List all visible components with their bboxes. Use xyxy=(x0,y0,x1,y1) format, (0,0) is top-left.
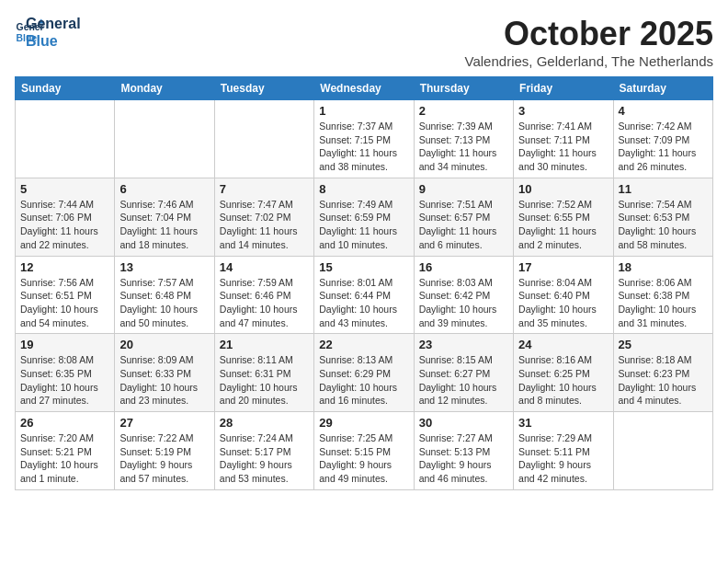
day-number: 6 xyxy=(119,182,209,196)
day-header-wednesday: Wednesday xyxy=(314,77,414,100)
calendar-cell: 16Sunrise: 8:03 AMSunset: 6:42 PMDayligh… xyxy=(414,256,513,334)
calendar-header-row: SundayMondayTuesdayWednesdayThursdayFrid… xyxy=(16,77,713,100)
day-info: Sunrise: 7:20 AMSunset: 5:21 PMDaylight:… xyxy=(20,431,109,486)
day-number: 9 xyxy=(419,182,508,196)
calendar-cell: 7Sunrise: 7:47 AMSunset: 7:02 PMDaylight… xyxy=(214,178,313,256)
day-info: Sunrise: 7:39 AMSunset: 7:13 PMDaylight:… xyxy=(419,120,508,174)
day-info: Sunrise: 7:51 AMSunset: 6:57 PMDaylight:… xyxy=(419,198,508,252)
calendar-week-row: 1Sunrise: 7:37 AMSunset: 7:15 PMDaylight… xyxy=(16,100,713,178)
day-number: 26 xyxy=(20,416,109,430)
calendar-cell: 18Sunrise: 8:06 AMSunset: 6:38 PMDayligh… xyxy=(613,256,712,334)
calendar-week-row: 19Sunrise: 8:08 AMSunset: 6:35 PMDayligh… xyxy=(16,334,713,412)
day-number: 1 xyxy=(319,104,408,118)
calendar-cell: 9Sunrise: 7:51 AMSunset: 6:57 PMDaylight… xyxy=(414,178,513,256)
calendar-cell xyxy=(16,100,115,178)
day-number: 5 xyxy=(20,182,109,196)
day-info: Sunrise: 8:01 AMSunset: 6:44 PMDaylight:… xyxy=(319,276,408,330)
calendar-cell: 26Sunrise: 7:20 AMSunset: 5:21 PMDayligh… xyxy=(16,412,115,490)
day-info: Sunrise: 7:56 AMSunset: 6:51 PMDaylight:… xyxy=(20,276,109,330)
page-header: General Blue General Blue October 2025 V… xyxy=(15,15,713,69)
day-header-friday: Friday xyxy=(514,77,613,100)
day-number: 25 xyxy=(619,338,708,351)
calendar-cell: 31Sunrise: 7:29 AMSunset: 5:11 PMDayligh… xyxy=(514,412,613,490)
calendar-cell: 11Sunrise: 7:54 AMSunset: 6:53 PMDayligh… xyxy=(613,178,712,256)
day-info: Sunrise: 7:29 AMSunset: 5:11 PMDaylight:… xyxy=(518,431,608,486)
calendar-cell: 19Sunrise: 8:08 AMSunset: 6:35 PMDayligh… xyxy=(16,334,115,412)
day-number: 20 xyxy=(119,338,209,351)
day-info: Sunrise: 7:49 AMSunset: 6:59 PMDaylight:… xyxy=(319,198,408,252)
calendar-table: SundayMondayTuesdayWednesdayThursdayFrid… xyxy=(15,76,713,490)
day-number: 23 xyxy=(419,338,508,351)
calendar-cell: 3Sunrise: 7:41 AMSunset: 7:11 PMDaylight… xyxy=(514,100,613,178)
day-info: Sunrise: 7:24 AMSunset: 5:17 PMDaylight:… xyxy=(220,431,309,486)
calendar-cell: 5Sunrise: 7:44 AMSunset: 7:06 PMDaylight… xyxy=(16,178,115,256)
day-info: Sunrise: 8:04 AMSunset: 6:40 PMDaylight:… xyxy=(518,276,608,330)
day-number: 13 xyxy=(119,260,209,274)
month-title: October 2025 xyxy=(465,15,713,53)
day-info: Sunrise: 7:47 AMSunset: 7:02 PMDaylight:… xyxy=(220,198,309,252)
day-number: 24 xyxy=(518,338,608,351)
day-number: 7 xyxy=(220,182,309,196)
day-info: Sunrise: 8:09 AMSunset: 6:33 PMDaylight:… xyxy=(119,353,209,408)
day-number: 29 xyxy=(319,416,408,430)
day-info: Sunrise: 7:46 AMSunset: 7:04 PMDaylight:… xyxy=(119,198,209,252)
day-info: Sunrise: 7:37 AMSunset: 7:15 PMDaylight:… xyxy=(319,120,408,174)
calendar-cell: 1Sunrise: 7:37 AMSunset: 7:15 PMDaylight… xyxy=(314,100,414,178)
day-info: Sunrise: 7:59 AMSunset: 6:46 PMDaylight:… xyxy=(220,276,309,330)
day-number: 17 xyxy=(518,260,608,274)
calendar-cell: 17Sunrise: 8:04 AMSunset: 6:40 PMDayligh… xyxy=(514,256,613,334)
logo-line2: Blue xyxy=(26,32,81,50)
calendar-cell: 27Sunrise: 7:22 AMSunset: 5:19 PMDayligh… xyxy=(115,412,214,490)
day-number: 12 xyxy=(20,260,109,274)
day-info: Sunrise: 8:13 AMSunset: 6:29 PMDaylight:… xyxy=(319,353,408,408)
logo: General Blue General Blue xyxy=(15,15,81,50)
day-info: Sunrise: 8:08 AMSunset: 6:35 PMDaylight:… xyxy=(20,353,109,408)
calendar-cell: 28Sunrise: 7:24 AMSunset: 5:17 PMDayligh… xyxy=(214,412,313,490)
day-info: Sunrise: 7:41 AMSunset: 7:11 PMDaylight:… xyxy=(518,120,608,174)
day-info: Sunrise: 7:42 AMSunset: 7:09 PMDaylight:… xyxy=(619,120,708,174)
calendar-cell: 12Sunrise: 7:56 AMSunset: 6:51 PMDayligh… xyxy=(16,256,115,334)
day-header-monday: Monday xyxy=(115,77,214,100)
day-number: 22 xyxy=(319,338,408,351)
day-header-tuesday: Tuesday xyxy=(214,77,313,100)
day-info: Sunrise: 8:15 AMSunset: 6:27 PMDaylight:… xyxy=(419,353,508,408)
day-number: 21 xyxy=(220,338,309,351)
calendar-week-row: 5Sunrise: 7:44 AMSunset: 7:06 PMDaylight… xyxy=(16,178,713,256)
calendar-cell: 4Sunrise: 7:42 AMSunset: 7:09 PMDaylight… xyxy=(613,100,712,178)
day-info: Sunrise: 7:22 AMSunset: 5:19 PMDaylight:… xyxy=(119,431,209,486)
calendar-cell: 22Sunrise: 8:13 AMSunset: 6:29 PMDayligh… xyxy=(314,334,414,412)
day-info: Sunrise: 7:54 AMSunset: 6:53 PMDaylight:… xyxy=(619,198,708,252)
day-number: 28 xyxy=(220,416,309,430)
day-info: Sunrise: 8:18 AMSunset: 6:23 PMDaylight:… xyxy=(619,353,708,408)
day-number: 11 xyxy=(619,182,708,196)
calendar-cell: 8Sunrise: 7:49 AMSunset: 6:59 PMDaylight… xyxy=(314,178,414,256)
calendar-cell: 20Sunrise: 8:09 AMSunset: 6:33 PMDayligh… xyxy=(115,334,214,412)
calendar-cell xyxy=(214,100,313,178)
day-number: 15 xyxy=(319,260,408,274)
calendar-cell: 2Sunrise: 7:39 AMSunset: 7:13 PMDaylight… xyxy=(414,100,513,178)
day-number: 3 xyxy=(518,104,608,118)
day-info: Sunrise: 7:44 AMSunset: 7:06 PMDaylight:… xyxy=(20,198,109,252)
day-info: Sunrise: 7:52 AMSunset: 6:55 PMDaylight:… xyxy=(518,198,608,252)
day-info: Sunrise: 8:06 AMSunset: 6:38 PMDaylight:… xyxy=(619,276,708,330)
day-info: Sunrise: 7:57 AMSunset: 6:48 PMDaylight:… xyxy=(119,276,209,330)
location-subtitle: Valendries, Gelderland, The Netherlands xyxy=(465,53,713,69)
calendar-cell: 10Sunrise: 7:52 AMSunset: 6:55 PMDayligh… xyxy=(514,178,613,256)
calendar-cell: 25Sunrise: 8:18 AMSunset: 6:23 PMDayligh… xyxy=(613,334,712,412)
day-number: 16 xyxy=(419,260,508,274)
day-number: 2 xyxy=(419,104,508,118)
day-info: Sunrise: 8:11 AMSunset: 6:31 PMDaylight:… xyxy=(220,353,309,408)
calendar-cell: 24Sunrise: 8:16 AMSunset: 6:25 PMDayligh… xyxy=(514,334,613,412)
day-info: Sunrise: 7:27 AMSunset: 5:13 PMDaylight:… xyxy=(419,431,508,486)
day-info: Sunrise: 7:25 AMSunset: 5:15 PMDaylight:… xyxy=(319,431,408,486)
calendar-week-row: 26Sunrise: 7:20 AMSunset: 5:21 PMDayligh… xyxy=(16,412,713,490)
day-number: 8 xyxy=(319,182,408,196)
calendar-cell: 6Sunrise: 7:46 AMSunset: 7:04 PMDaylight… xyxy=(115,178,214,256)
day-header-sunday: Sunday xyxy=(16,77,115,100)
day-number: 4 xyxy=(619,104,708,118)
day-number: 31 xyxy=(518,416,608,430)
day-info: Sunrise: 8:03 AMSunset: 6:42 PMDaylight:… xyxy=(419,276,508,330)
calendar-cell: 23Sunrise: 8:15 AMSunset: 6:27 PMDayligh… xyxy=(414,334,513,412)
day-info: Sunrise: 8:16 AMSunset: 6:25 PMDaylight:… xyxy=(518,353,608,408)
calendar-cell: 15Sunrise: 8:01 AMSunset: 6:44 PMDayligh… xyxy=(314,256,414,334)
